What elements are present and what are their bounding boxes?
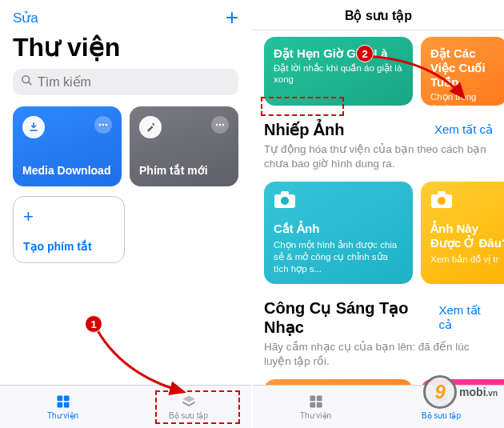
see-all-link[interactable]: Xem tất cả xyxy=(438,303,493,332)
svg-line-1 xyxy=(28,82,31,85)
svg-rect-8 xyxy=(57,396,62,402)
gallery-card-laundry-timer[interactable]: Đặt Hẹn Giờ Giặt Là Đặt lời nhắc khi quầ… xyxy=(264,37,413,106)
tab-bar: Thư viện Bộ sưu tập xyxy=(0,385,251,428)
screen-library: Sửa + Thư viện Media Download xyxy=(0,0,251,428)
gallery-card-crop-photo[interactable]: Cắt Ảnh Chọn một hình ảnh được chia sẻ &… xyxy=(264,182,413,284)
tab-library[interactable]: Thư viện xyxy=(0,386,126,428)
card-title: Phím tắt mới xyxy=(139,164,229,177)
wand-icon xyxy=(139,116,162,138)
card-title: Đặt Các Việc Cuối Tuần xyxy=(430,46,498,90)
tab-label: Bộ sưu tập xyxy=(422,411,461,420)
watermark-logo: 9 xyxy=(423,375,457,409)
svg-rect-16 xyxy=(438,191,446,195)
tab-gallery[interactable]: Bộ sưu tập xyxy=(126,386,251,428)
section-subtitle: Tự động hóa thư viện của bạn theo cách b… xyxy=(264,142,504,170)
tab-library[interactable]: Thư viện xyxy=(253,386,378,428)
card-more-button[interactable] xyxy=(211,116,229,134)
svg-point-14 xyxy=(281,197,289,205)
camera-icon xyxy=(274,191,298,210)
card-subtitle: Đặt lời nhắc khi quần áo giặt là xong xyxy=(274,62,403,86)
layers-icon xyxy=(179,394,198,410)
add-button[interactable]: + xyxy=(226,6,238,29)
download-icon xyxy=(22,116,45,138)
edit-button[interactable]: Sửa xyxy=(13,10,38,26)
svg-rect-9 xyxy=(63,396,69,402)
create-shortcut-button[interactable]: + Tạo phím tắt xyxy=(13,196,125,263)
page-title: Thư viện xyxy=(0,30,251,69)
create-label: Tạo phím tắt xyxy=(23,240,114,253)
tab-label: Thư viện xyxy=(47,411,78,420)
svg-point-17 xyxy=(438,197,446,205)
shortcut-card-new[interactable]: Phím tắt mới xyxy=(130,106,238,186)
screen-gallery: Bộ sưu tập Đặt Hẹn Giờ Giặt Là Đặt lời n… xyxy=(253,0,504,428)
svg-point-0 xyxy=(22,76,30,83)
annotation-badge-2: 2 xyxy=(356,45,374,62)
svg-rect-13 xyxy=(281,191,289,195)
grid-icon xyxy=(54,394,73,410)
shortcut-card-media-download[interactable]: Media Download xyxy=(13,106,122,186)
svg-rect-11 xyxy=(63,402,69,408)
svg-point-3 xyxy=(102,124,105,126)
grid-icon xyxy=(306,394,326,410)
svg-point-6 xyxy=(219,124,222,126)
svg-point-4 xyxy=(106,124,108,126)
section-subtitle: Hãy cầm nhạc cụ của bạn lên: đã đến lúc … xyxy=(264,340,504,368)
svg-rect-10 xyxy=(57,402,62,408)
search-input[interactable] xyxy=(38,75,230,90)
svg-rect-21 xyxy=(316,402,322,408)
library-header: Sửa + xyxy=(0,0,251,30)
gallery-header-title: Bộ sưu tập xyxy=(253,0,504,30)
section-title-music: Công Cụ Sáng Tạo Nhạc xyxy=(264,298,438,337)
gallery-card-photo-location[interactable]: Ảnh Này Được Ở Đâu? Xem bản đồ vị tr xyxy=(421,182,504,284)
watermark: 9 mobi.vn xyxy=(423,375,498,409)
card-title: Cắt Ảnh xyxy=(274,222,403,236)
tab-label: Thư viện xyxy=(300,411,331,420)
annotation-badge-1: 1 xyxy=(85,315,102,333)
card-title: Đặt Hẹn Giờ Giặt Là xyxy=(274,46,403,61)
card-subtitle: Chọn một hình ảnh được chia sẻ & mở công… xyxy=(274,239,403,275)
svg-point-2 xyxy=(99,124,102,126)
svg-rect-20 xyxy=(310,402,315,408)
camera-icon xyxy=(430,191,454,210)
gallery-card-weekend-tasks[interactable]: Đặt Các Việc Cuối Tuần Chọn trong danh xyxy=(421,37,504,106)
card-title: Media Download xyxy=(22,164,112,177)
card-title: Ảnh Này Được Ở Đâu? xyxy=(430,222,504,250)
card-subtitle: Xem bản đồ vị tr xyxy=(430,254,504,266)
search-field[interactable] xyxy=(13,69,238,95)
watermark-text: mobi.vn xyxy=(459,386,498,398)
see-all-link[interactable]: Xem tất cả xyxy=(434,122,493,137)
tab-label: Bộ sưu tập xyxy=(169,411,208,420)
svg-point-7 xyxy=(222,124,225,126)
card-subtitle: Chọn trong danh xyxy=(430,91,498,114)
search-icon xyxy=(21,74,33,90)
section-title-photography: Nhiếp Ảnh xyxy=(264,120,344,139)
svg-point-5 xyxy=(216,124,218,126)
svg-rect-19 xyxy=(316,396,322,402)
svg-rect-18 xyxy=(310,396,315,402)
plus-icon: + xyxy=(23,206,114,227)
card-more-button[interactable] xyxy=(94,116,112,134)
